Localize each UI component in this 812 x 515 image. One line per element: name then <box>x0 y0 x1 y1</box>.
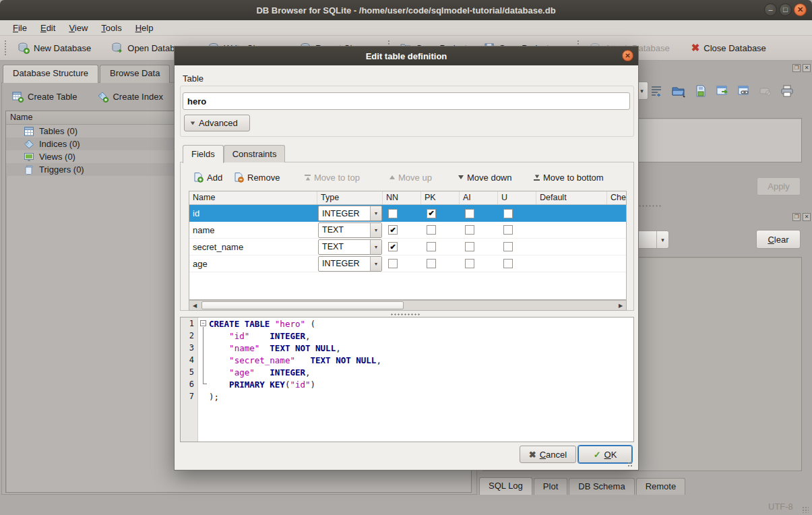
dock-float-icon[interactable]: ❐ <box>792 64 801 72</box>
default-cell[interactable] <box>536 239 607 255</box>
nn-checkbox[interactable] <box>388 209 398 218</box>
menu-edit[interactable]: Edit <box>34 22 61 34</box>
dock-splitter-handle[interactable] <box>635 204 662 208</box>
set-null-icon[interactable] <box>759 84 772 98</box>
default-cell[interactable] <box>536 255 607 272</box>
nn-checkbox[interactable]: ✔ <box>388 225 398 235</box>
move-down-button[interactable]: Move down <box>456 169 514 185</box>
field-row[interactable]: nameTEXT▾✔ <box>189 222 626 239</box>
ai-checkbox[interactable] <box>465 259 474 268</box>
import-text-icon[interactable] <box>671 84 686 98</box>
field-name-cell[interactable]: age <box>189 255 317 272</box>
minimize-button[interactable]: – <box>764 3 777 16</box>
field-row[interactable]: ageINTEGER▾ <box>189 255 626 272</box>
menu-tools[interactable]: Tools <box>95 22 127 34</box>
dialog-splitter-handle[interactable] <box>390 313 420 316</box>
tab-plot[interactable]: Plot <box>534 478 567 495</box>
type-combobox[interactable]: INTEGER▾ <box>318 256 382 272</box>
fold-collapse-icon[interactable]: − <box>200 320 206 326</box>
field-name-cell[interactable]: name <box>189 222 317 238</box>
ai-checkbox[interactable] <box>465 242 474 251</box>
dialog-resize-grip[interactable] <box>627 462 633 468</box>
col-header-pk[interactable]: PK <box>421 191 460 204</box>
type-combobox[interactable]: TEXT▾ <box>318 222 382 238</box>
resize-grip[interactable] <box>802 506 809 513</box>
field-row[interactable]: secret_nameTEXT▾✔ <box>189 239 626 255</box>
create-index-button[interactable]: Create Index <box>93 88 166 105</box>
close-button[interactable]: ✕ <box>794 3 807 16</box>
check-cell[interactable] <box>607 222 627 238</box>
field-name-cell[interactable]: secret_name <box>189 239 317 255</box>
move-to-top-button[interactable]: Move to top <box>302 169 363 185</box>
default-cell[interactable] <box>536 222 607 238</box>
pk-checkbox[interactable] <box>427 225 436 235</box>
u-checkbox[interactable] <box>503 209 513 218</box>
check-cell[interactable] <box>607 239 627 255</box>
nn-checkbox[interactable]: ✔ <box>388 242 398 251</box>
col-header-ai[interactable]: AI <box>460 191 498 204</box>
dialog-close-icon[interactable]: ✕ <box>622 50 633 61</box>
encoding-indicator[interactable]: UTF-8 <box>768 502 793 512</box>
menu-file[interactable]: File <box>7 22 33 34</box>
table-name-input[interactable] <box>183 92 630 110</box>
col-header-check[interactable]: Check <box>607 191 627 204</box>
open-external-icon[interactable] <box>716 84 729 98</box>
menu-help[interactable]: Help <box>129 22 160 34</box>
tab-constraints[interactable]: Constraints <box>224 145 286 162</box>
u-checkbox[interactable] <box>503 225 513 235</box>
pk-checkbox[interactable]: ✔ <box>427 209 436 218</box>
toolbar-drag-handle[interactable] <box>4 40 7 56</box>
remove-field-button[interactable]: Remove <box>230 169 282 185</box>
col-header-u[interactable]: U <box>498 191 536 204</box>
clear-log-button[interactable]: Clear <box>756 230 801 249</box>
nn-checkbox[interactable] <box>388 259 398 268</box>
scroll-thumb[interactable] <box>201 301 404 309</box>
dock-close-icon[interactable]: ✕ <box>803 64 811 72</box>
tab-browse-data[interactable]: Browse Data <box>100 65 170 83</box>
link-icon[interactable] <box>737 84 751 98</box>
cancel-button[interactable]: ✖ Cancel <box>520 446 576 463</box>
menu-view[interactable]: View <box>63 22 94 34</box>
field-name-cell[interactable]: id <box>189 205 317 222</box>
col-header-type[interactable]: Type <box>317 191 383 204</box>
pk-checkbox[interactable] <box>427 259 436 268</box>
tab-database-structure[interactable]: Database Structure <box>3 65 98 83</box>
scroll-right-icon[interactable]: ▶ <box>615 301 626 310</box>
close-database-button[interactable]: ✖ Close Database <box>687 38 771 57</box>
export-text-icon[interactable] <box>694 84 708 98</box>
ai-checkbox[interactable] <box>465 209 474 218</box>
print-icon[interactable] <box>780 84 794 98</box>
tab-db-schema[interactable]: DB Schema <box>569 478 634 495</box>
pk-checkbox[interactable] <box>427 242 436 251</box>
col-header-name[interactable]: Name <box>189 191 317 204</box>
col-header-nn[interactable]: NN <box>383 191 421 204</box>
tab-sql-log[interactable]: SQL Log <box>479 477 532 495</box>
u-checkbox[interactable] <box>503 242 513 251</box>
fields-hscrollbar[interactable]: ◀ ▶ <box>189 300 627 311</box>
new-database-button[interactable]: New Database <box>13 38 96 57</box>
ai-checkbox[interactable] <box>465 225 474 235</box>
advanced-button[interactable]: Advanced <box>184 115 250 131</box>
u-checkbox[interactable] <box>503 259 513 268</box>
dock-float-icon[interactable]: ❐ <box>792 213 801 221</box>
apply-button[interactable]: Apply <box>757 177 801 195</box>
type-combobox[interactable]: TEXT▾ <box>318 239 382 255</box>
tab-remote[interactable]: Remote <box>636 478 686 495</box>
word-wrap-icon[interactable] <box>650 84 663 98</box>
scroll-left-icon[interactable]: ◀ <box>189 301 200 310</box>
check-cell[interactable] <box>607 255 627 272</box>
check-cell[interactable] <box>607 205 627 222</box>
default-cell[interactable] <box>536 205 607 222</box>
move-up-button[interactable]: Move up <box>387 169 435 185</box>
sql-preview[interactable]: 1234567 − CREATE TABLE "hero" ( "id" INT… <box>180 317 634 442</box>
dock-close-icon[interactable]: ✕ <box>803 213 811 221</box>
col-header-default[interactable]: Default <box>536 191 607 204</box>
type-combobox[interactable]: INTEGER▾ <box>318 206 382 221</box>
tab-fields[interactable]: Fields <box>183 145 224 163</box>
ok-button[interactable]: ✓ OK <box>578 446 632 463</box>
field-row[interactable]: idINTEGER▾✔ <box>189 205 626 222</box>
add-field-button[interactable]: Add <box>190 169 225 185</box>
maximize-button[interactable]: □ <box>779 3 792 16</box>
move-to-bottom-button[interactable]: Move to bottom <box>531 169 606 185</box>
create-table-button[interactable]: Create Table <box>8 88 81 105</box>
